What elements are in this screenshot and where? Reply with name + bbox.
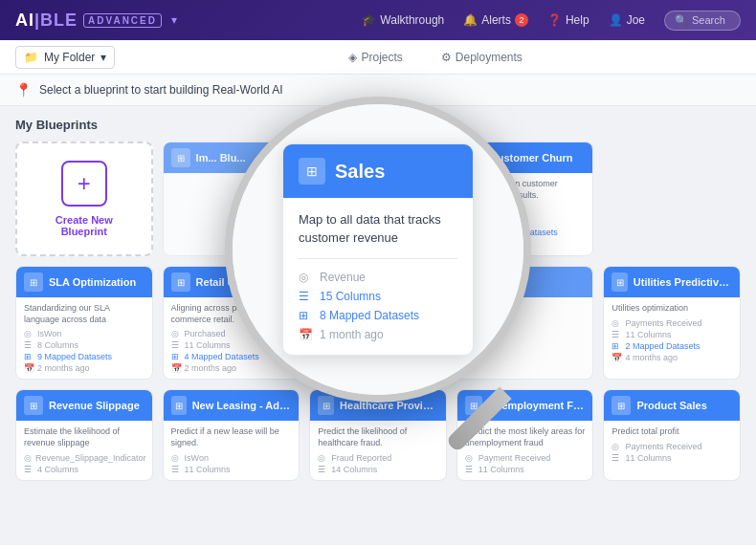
nav-alerts[interactable]: 🔔 Alerts 2: [463, 13, 528, 27]
meta-util-0: ◎Payments Received: [611, 318, 732, 328]
blueprint-card-leasing[interactable]: ⊞ New Leasing - Advanced Predict if a ne…: [163, 389, 300, 480]
card-meta-sla: ◎IsWon ☰8 Columns ⊞9 Mapped Datasets 📅2 …: [24, 329, 145, 373]
magnified-card-body: Map to all data that tracks customer rev…: [283, 198, 473, 354]
meta-sla-3: 📅2 months ago: [24, 363, 145, 373]
card-body-healthcare: Predict the likelihood of healthcare fra…: [310, 421, 446, 479]
meta-prod-0: ◎Payments Received: [611, 442, 732, 451]
meta-sla-2[interactable]: ⊞9 Mapped Datasets: [24, 352, 145, 361]
card-icon-retail: ⊞: [171, 272, 190, 292]
meta-util-1: ☰11 Columns: [611, 330, 732, 339]
card-header-leasing: ⊞ New Leasing - Advanced: [164, 390, 300, 421]
card-meta-revenue: ◎Revenue_Slippage_Indicator ☰4 Columns: [24, 453, 145, 474]
nav-user[interactable]: 👤 Joe: [609, 13, 645, 27]
card-header-sla: ⊞ SLA Optimization: [16, 267, 152, 297]
magnified-card-desc: Map to all data that tracks customer rev…: [299, 211, 457, 246]
create-icon: +: [61, 161, 107, 207]
banner-text: Select a blueprint to start building Rea…: [39, 83, 283, 97]
meta-leas-1: ☰11 Columns: [171, 465, 292, 474]
magnified-card-title: Sales: [335, 161, 385, 183]
magnified-meta-text-2: 8 Mapped Datasets: [320, 309, 419, 322]
meta-rev-0: ◎Revenue_Slippage_Indicator: [24, 453, 145, 463]
card-meta-unemployment: ◎Payment Received ☰11 Columns: [465, 453, 586, 474]
deployments-label: Deployments: [456, 51, 523, 64]
magnified-meta-0: ◎ Revenue: [299, 271, 457, 284]
magnified-meta-icon-3: 📅: [299, 328, 312, 341]
card-title-import: Im... Blu...: [196, 152, 246, 164]
magnifier-overlay: ⊞ Sales Map to all data that tracks cust…: [225, 97, 531, 403]
sub-nav: ◈ Projects ⚙ Deployments: [130, 43, 741, 72]
alerts-icon: 🔔: [463, 13, 478, 27]
meta-health-0: ◎Fraud Reported: [318, 453, 438, 463]
help-label: Help: [566, 13, 589, 27]
card-header-product: ⊞ Product Sales: [604, 390, 740, 421]
blueprint-card-revenue-slippage[interactable]: ⊞ Revenue Slippage Estimate the likeliho…: [15, 389, 153, 480]
card-desc-revenue: Estimate the likelihood of revenue slipp…: [24, 426, 145, 448]
card-header-revenue: ⊞ Revenue Slippage: [16, 390, 152, 421]
magnified-meta-icon-2: ⊞: [299, 309, 312, 322]
meta-unemp-0: ◎Payment Received: [465, 453, 586, 463]
card-meta-leasing: ◎IsWon ☰11 Columns: [171, 453, 292, 474]
card-desc-sla: Standardizing our SLA language across da…: [24, 303, 145, 325]
search-icon: 🔍: [675, 14, 688, 27]
card-header-utilities: ⊞ Utilities Predictive Mai...: [604, 267, 740, 297]
magnified-meta-2[interactable]: ⊞ 8 Mapped Datasets: [299, 309, 457, 322]
blueprint-card-unemployment[interactable]: ⊞ Unemployment Fraud Predict the most li…: [456, 389, 594, 480]
card-meta-healthcare: ◎Fraud Reported ☰14 Columns: [318, 453, 438, 474]
nav-help[interactable]: ❓ Help: [547, 13, 589, 27]
logo: AI|BLE ADVANCED ▾: [15, 11, 177, 31]
card-icon-revenue: ⊞: [24, 396, 43, 415]
card-desc-utilities: Utilities optimization: [611, 303, 732, 315]
magnified-card-sales[interactable]: ⊞ Sales Map to all data that tracks cust…: [282, 143, 474, 355]
logo-text: AI|BLE: [15, 11, 78, 31]
folder-label: My Folder: [44, 51, 95, 64]
card-title-leasing: New Leasing - Advanced: [192, 400, 292, 411]
card-body-product: Predict total profit ◎Payments Received …: [604, 421, 740, 469]
nav-deployments[interactable]: ⚙ Deployments: [441, 43, 523, 72]
create-label: Create NewBlueprint: [56, 214, 113, 237]
nav-walkthrough[interactable]: 🎓 Walkthrough: [362, 13, 444, 27]
card-desc-leasing: Predict if a new lease will be signed.: [171, 426, 292, 448]
search-placeholder: Search: [692, 14, 725, 26]
meta-util-2[interactable]: ⊞2 Mapped Datasets: [611, 341, 732, 351]
meta-leas-0: ◎IsWon: [171, 453, 292, 463]
magnified-card-header: ⊞ Sales: [283, 144, 473, 198]
sub-header: 📁 My Folder ▾ ◈ Projects ⚙ Deployments: [0, 40, 756, 75]
magnifier-content: ⊞ Sales Map to all data that tracks cust…: [233, 104, 523, 395]
magnified-meta-icon-0: ◎: [299, 271, 312, 284]
meta-sla-0: ◎IsWon: [24, 329, 145, 338]
search-box[interactable]: 🔍 Search: [664, 11, 741, 31]
card-body-leasing: Predict if a new lease will be signed. ◎…: [164, 421, 300, 479]
user-icon: 👤: [609, 13, 623, 27]
magnified-meta-1[interactable]: ☰ 15 Columns: [299, 290, 457, 303]
blueprint-card-sla[interactable]: ⊞ SLA Optimization Standardizing our SLA…: [15, 266, 153, 380]
card-body-sla: Standardizing our SLA language across da…: [16, 297, 152, 379]
blueprint-card-healthcare[interactable]: ⊞ Healthcare Provider F... Predict the l…: [309, 389, 447, 480]
projects-label: Projects: [361, 51, 402, 64]
card-icon-healthcare: ⊞: [318, 396, 334, 415]
user-label: Joe: [627, 13, 645, 27]
projects-icon: ◈: [348, 51, 357, 64]
card-icon-product: ⊞: [611, 396, 631, 415]
card-icon-import: ⊞: [171, 148, 190, 167]
magnified-divider: [299, 258, 457, 259]
card-meta-product: ◎Payments Received ☰11 Columns: [611, 442, 732, 463]
main-content: My Blueprints + Create NewBlueprint ⊞ Im…: [0, 106, 756, 492]
blueprint-card-utilities[interactable]: ⊞ Utilities Predictive Mai... Utilities …: [603, 266, 741, 380]
card-icon-utilities: ⊞: [611, 272, 627, 292]
create-blueprint-card[interactable]: + Create NewBlueprint: [15, 142, 153, 256]
card-icon-sla: ⊞: [24, 272, 43, 292]
logo-chevron-icon[interactable]: ▾: [171, 13, 177, 27]
card-title-product: Product Sales: [636, 400, 706, 411]
meta-health-1: ☰14 Columns: [318, 465, 438, 474]
folder-selector[interactable]: 📁 My Folder ▾: [15, 46, 115, 69]
app-header: AI|BLE ADVANCED ▾ 🎓 Walkthrough 🔔 Alerts…: [0, 0, 756, 40]
meta-sla-1: ☰8 Columns: [24, 340, 145, 350]
nav-projects[interactable]: ◈ Projects: [348, 43, 402, 72]
card-title-utilities: Utilities Predictive Mai...: [634, 276, 732, 288]
blueprints-row3: ⊞ Revenue Slippage Estimate the likeliho…: [15, 389, 741, 480]
walkthrough-label: Walkthrough: [380, 13, 444, 27]
card-body-revenue: Estimate the likelihood of revenue slipp…: [16, 421, 152, 479]
blueprint-card-product-sales[interactable]: ⊞ Product Sales Predict total profit ◎Pa…: [603, 389, 741, 480]
card-meta-utilities: ◎Payments Received ☰11 Columns ⊞2 Mapped…: [611, 318, 732, 362]
banner-icon: 📍: [15, 82, 32, 98]
